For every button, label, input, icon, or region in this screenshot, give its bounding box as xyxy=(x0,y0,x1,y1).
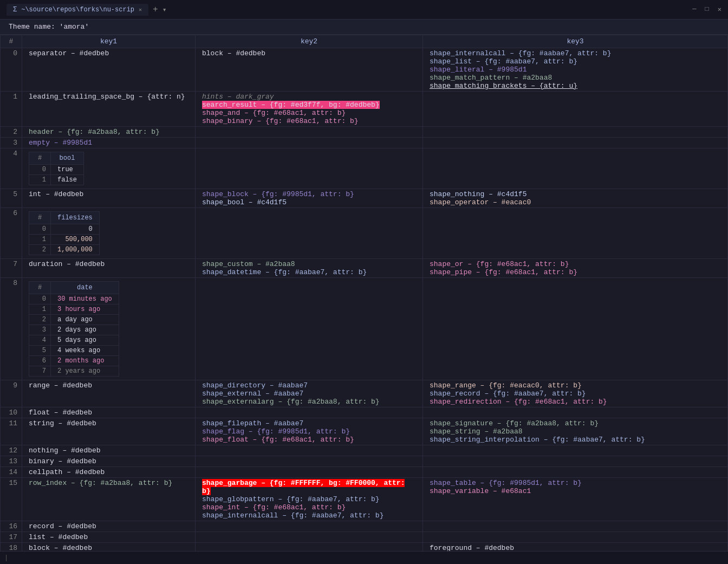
key1-cell: empty – #9985d1 xyxy=(22,138,196,148)
table-row: 11 string – #dedbeb shape_filepath – #aa… xyxy=(1,418,728,445)
table-row: 6 # filesizes 0 0 xyxy=(1,208,728,259)
key3-cell xyxy=(423,521,728,532)
inner-index: 2 xyxy=(29,245,51,255)
restore-button[interactable]: □ xyxy=(705,5,709,14)
table-row: 4 # bool 0 true xyxy=(1,148,728,189)
key2-cell xyxy=(196,407,423,418)
table-row: 3 empty – #9985d1 xyxy=(1,138,728,148)
row-index: 9 xyxy=(1,380,22,407)
key2-cell: hints – dark_gray search_result – {fg: #… xyxy=(196,92,423,127)
row-index: 2 xyxy=(1,127,22,138)
table-row: 17 list – #dedbeb xyxy=(1,532,728,543)
inner-table-row: 1 3 hours ago xyxy=(29,304,119,315)
inner-index: 7 xyxy=(29,366,51,377)
inner-table-row: 0 0 xyxy=(29,224,100,235)
inner-index-header: # xyxy=(29,212,51,224)
inner-val: 4 weeks ago xyxy=(51,346,119,356)
key3-cell: shape_internalcall – {fg: #aabae7, attr:… xyxy=(423,48,728,92)
inner-val: true xyxy=(51,165,84,175)
inner-index: 4 xyxy=(29,335,51,346)
table-row: 10 float – #dedbeb xyxy=(1,407,728,418)
row-index: 5 xyxy=(1,189,22,208)
main-content[interactable]: # key1 key2 key3 0 separator – #dedbeb b… xyxy=(0,35,728,561)
key1-cell: # date 0 30 minutes ago 1 3 hours xyxy=(22,278,196,380)
row-index: 4 xyxy=(1,148,22,189)
key2-cell xyxy=(196,127,423,138)
inner-index: 0 xyxy=(29,224,51,235)
key1-cell: leading_trailing_space_bg – {attr: n} xyxy=(22,92,196,127)
row-index: 10 xyxy=(1,407,22,418)
key1-cell: row_index – {fg: #a2baa8, attr: b} xyxy=(22,478,196,521)
key2-cell: shape_filepath – #aabae7 shape_flag – {f… xyxy=(196,418,423,445)
key1-cell: nothing – #dedbeb xyxy=(22,445,196,456)
key3-cell xyxy=(423,148,728,189)
key1-cell: record – #dedbeb xyxy=(22,521,196,532)
table-row: 5 int – #dedbeb shape_block – {fg: #9985… xyxy=(1,189,728,208)
row-index: 11 xyxy=(1,418,22,445)
key3-cell xyxy=(423,278,728,380)
data-table: # key1 key2 key3 0 separator – #dedbeb b… xyxy=(0,35,728,554)
key3-cell xyxy=(423,456,728,467)
inner-val: 5 days ago xyxy=(51,335,119,346)
terminal-icon: Σ xyxy=(13,6,17,14)
key3-cell xyxy=(423,92,728,127)
key1-cell: string – #dedbeb xyxy=(22,418,196,445)
key2-cell xyxy=(196,456,423,467)
row-index: 16 xyxy=(1,521,22,532)
inner-index: 5 xyxy=(29,346,51,356)
inner-table-row: 0 true xyxy=(29,165,84,175)
key1-cell: range – #dedbeb xyxy=(22,380,196,407)
date-table: # date 0 30 minutes ago 1 3 hours xyxy=(29,281,119,377)
table-row: 16 record – #dedbeb xyxy=(1,521,728,532)
bool-table: # bool 0 true 1 false xyxy=(29,152,84,185)
inner-table-row: 7 2 years ago xyxy=(29,366,119,377)
inner-index: 1 xyxy=(29,175,51,185)
inner-val: 1,000,000 xyxy=(51,245,100,255)
col-key1-header: key1 xyxy=(22,35,196,48)
table-row: 8 # date 0 30 minutes ago xyxy=(1,278,728,380)
row-index: 7 xyxy=(1,259,22,278)
minimize-button[interactable]: ─ xyxy=(692,5,696,14)
inner-index: 3 xyxy=(29,325,51,335)
inner-val: 2 months ago xyxy=(51,356,119,366)
inner-bool-header: bool xyxy=(51,152,84,165)
key1-cell: float – #dedbeb xyxy=(22,407,196,418)
tab-dropdown-button[interactable]: ▾ xyxy=(162,5,167,14)
key2-cell: shape_garbage – {fg: #FFFFFF, bg: #FF000… xyxy=(196,478,423,521)
inner-date-header: date xyxy=(51,282,119,294)
key2-cell xyxy=(196,148,423,189)
key2-cell xyxy=(196,521,423,532)
table-row: 2 header – {fg: #a2baa8, attr: b} xyxy=(1,127,728,138)
row-index: 17 xyxy=(1,532,22,543)
inner-table-row: 4 5 days ago xyxy=(29,335,119,346)
inner-val: 3 hours ago xyxy=(51,304,119,315)
key3-cell: shape_or – {fg: #e68ac1, attr: b} shape_… xyxy=(423,259,728,278)
key1-cell: # bool 0 true 1 false xyxy=(22,148,196,189)
row-index: 0 xyxy=(1,48,22,92)
cursor-indicator: | xyxy=(4,554,8,562)
key3-cell xyxy=(423,407,728,418)
key3-cell: shape_table – {fg: #9985d1, attr: b} sha… xyxy=(423,478,728,521)
inner-val: a day ago xyxy=(51,315,119,325)
title-bar: Σ ~\source\repos\forks\nu-scrip ✕ + ▾ ─ … xyxy=(0,0,728,20)
key1-cell: binary – #dedbeb xyxy=(22,456,196,467)
table-row: 0 separator – #dedbeb block – #dedbeb sh… xyxy=(1,48,728,92)
inner-table-row: 3 2 days ago xyxy=(29,325,119,335)
window-controls: ─ □ ✕ xyxy=(692,5,722,14)
col-key2-header: key2 xyxy=(196,35,423,48)
terminal-tab[interactable]: Σ ~\source\repos\forks\nu-scrip ✕ xyxy=(6,4,148,16)
inner-index: 1 xyxy=(29,304,51,315)
key2-cell xyxy=(196,467,423,478)
close-button[interactable]: ✕ xyxy=(718,5,722,14)
tab-label: ~\source\repos\forks\nu-scrip xyxy=(21,6,134,14)
tab-close-button[interactable]: ✕ xyxy=(139,7,142,13)
new-tab-button[interactable]: + xyxy=(153,5,158,15)
key1-cell: separator – #dedbeb xyxy=(22,48,196,92)
inner-index-header: # xyxy=(29,152,51,165)
inner-table-row: 2 1,000,000 xyxy=(29,245,100,255)
inner-index: 6 xyxy=(29,356,51,366)
inner-index: 0 xyxy=(29,165,51,175)
table-row: 14 cellpath – #dedbeb xyxy=(1,467,728,478)
key1-cell: list – #dedbeb xyxy=(22,532,196,543)
status-bar: | xyxy=(0,551,728,564)
